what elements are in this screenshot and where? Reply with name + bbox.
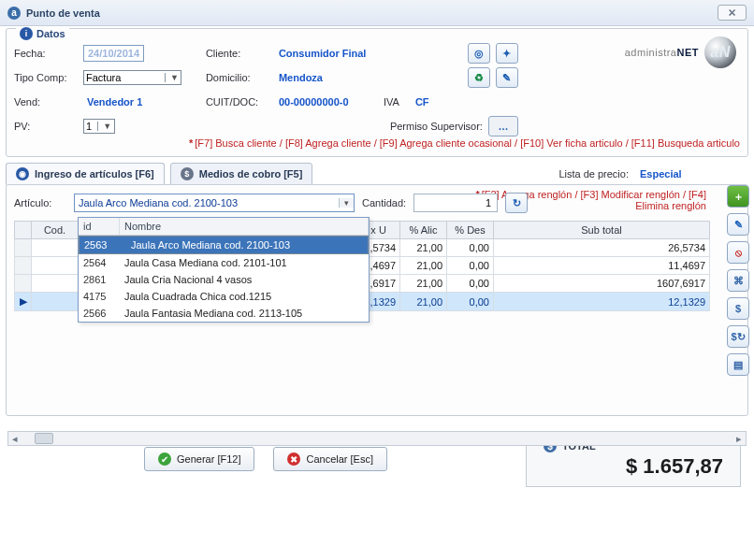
cantidad-label: Cantidad: [362, 197, 406, 208]
col-alic[interactable]: % Alic [400, 222, 447, 239]
cycle-button[interactable]: $↻ [727, 325, 749, 348]
side-toolbar: ＋ ✎ ⦸ ⌘ $ $↻ ▤ [727, 185, 749, 376]
close-button[interactable]: ⤬ [718, 5, 747, 21]
datos-heading: i Datos [16, 27, 69, 40]
generar-label: Generar [F12] [177, 453, 240, 465]
window-title: Punto de venta [26, 7, 100, 19]
dollar-button[interactable]: $ [727, 297, 749, 320]
tipo-label: Tipo Comp: [14, 72, 78, 83]
refresh-button[interactable]: ↻ [505, 193, 528, 213]
chevron-down-icon: ▼ [165, 73, 179, 82]
h-scrollbar[interactable]: ◂ ▸ [7, 431, 747, 446]
lista-label: Lista de precio: [558, 168, 629, 179]
delete-line-button[interactable]: ⦸ [727, 241, 749, 264]
cantidad-input[interactable]: 1 [413, 194, 498, 212]
info-icon: i [20, 27, 33, 40]
fecha-label: Fecha: [14, 48, 78, 59]
app-icon: a [7, 7, 21, 20]
add-client-button[interactable]: ✦ [496, 43, 518, 64]
suggest-hdr-name: Nombre [120, 218, 369, 235]
suggest-option[interactable]: 4175Jaula Cuadrada Chica cod.1215 [79, 288, 369, 305]
title-bar: a Punto de venta ⤬ [0, 0, 754, 26]
pv-value: 1 [86, 121, 92, 132]
scroll-thumb[interactable] [35, 433, 53, 444]
articulo-suggestions: idNombre 2563Jaula Arco Mediana cod. 210… [78, 217, 370, 323]
pv-select[interactable]: 1▼ [83, 119, 115, 134]
tab-ingreso[interactable]: ◉Ingreso de artículos [F6] [6, 163, 165, 185]
generar-button[interactable]: ✔Generar [F12] [144, 447, 254, 471]
permiso-button[interactable]: … [488, 116, 518, 136]
check-icon: ✔ [158, 452, 171, 466]
money-icon: $ [181, 167, 194, 180]
datos-panel: i Datos administraNET aN Fecha: 24/10/20… [6, 28, 748, 157]
scroll-right-icon[interactable]: ▸ [732, 433, 746, 445]
cliente-label: Cliente: [206, 48, 269, 59]
cliente-value[interactable]: Consumidor Final [275, 46, 462, 61]
articulo-panel: *[F2] Agrega renglón / [F3] Modificar re… [6, 184, 748, 416]
tab-ingreso-label: Ingreso de artículos [F6] [35, 168, 154, 179]
tab-medios-label: Medios de cobro [F5] [199, 168, 303, 179]
pv-label: PV: [14, 121, 78, 132]
shortcut-hint-top: *[F7] Busca cliente / [F8] Agrega client… [14, 137, 740, 149]
cancel-icon: ✖ [287, 452, 300, 466]
articulo-input[interactable] [75, 194, 339, 211]
scroll-left-icon[interactable]: ◂ [8, 433, 22, 445]
chevron-down-icon[interactable]: ▾ [339, 198, 354, 208]
list-button[interactable]: ▤ [727, 353, 749, 376]
edit-line-button[interactable]: ✎ [727, 213, 749, 236]
permiso-label: Permiso Supervisor: [390, 121, 483, 132]
brand-text1: administra [625, 47, 677, 58]
suggest-option[interactable]: 2566Jaula Fantasia Mediana cod. 2113-105 [79, 305, 369, 322]
suggest-option[interactable]: 2861Jaula Cria Nacional 4 vasos [79, 271, 369, 288]
add-line-button[interactable]: ＋ [727, 185, 749, 208]
tipo-value: Factura [86, 72, 159, 83]
chevron-down-icon: ▼ [97, 122, 111, 131]
col-sub[interactable]: Sub total [494, 222, 710, 239]
globe-button[interactable]: ♻ [468, 67, 490, 88]
tab-medios[interactable]: $Medios de cobro [F5] [170, 163, 313, 185]
vend-value[interactable]: Vendedor 1 [83, 94, 146, 109]
cart-icon: ◉ [16, 167, 29, 180]
col-cod[interactable]: Cod. [32, 222, 79, 239]
tipo-select[interactable]: Factura▼ [83, 70, 181, 85]
price-button[interactable]: ⌘ [727, 269, 749, 292]
cuit-value[interactable]: 00-00000000-0 [275, 94, 378, 109]
datos-heading-text: Datos [36, 28, 65, 39]
total-amount: $ 1.657,87 [626, 454, 723, 479]
col-des[interactable]: % Des [447, 222, 494, 239]
iva-value[interactable]: CF [412, 94, 496, 109]
vend-label: Vend: [14, 96, 78, 108]
brand-logo: administraNET aN [625, 36, 736, 68]
brand-badge: aN [704, 36, 736, 68]
articulo-combobox[interactable]: ▾ [74, 194, 355, 212]
articulo-label: Artículo: [14, 197, 66, 208]
fecha-input[interactable]: 24/10/2014 [83, 45, 144, 62]
suggest-hdr-id: id [79, 218, 120, 235]
domicilio-label: Domicilio: [206, 72, 269, 83]
suggest-option[interactable]: 2564Jaula Casa Mediana cod. 2101-101 [79, 254, 369, 271]
brand-text2: NET [677, 47, 700, 58]
edit-client-button[interactable]: ✎ [496, 67, 518, 88]
grid-rowhead [15, 222, 32, 239]
tabs-bar: ◉Ingreso de artículos [F6] $Medios de co… [6, 163, 748, 185]
cancelar-label: Cancelar [Esc] [306, 453, 373, 465]
suggest-option[interactable]: 2563Jaula Arco Mediana cod. 2100-103 [79, 236, 369, 254]
lista-value[interactable]: Especial [636, 166, 748, 181]
domicilio-value[interactable]: Mendoza [275, 70, 462, 85]
iva-label: IVA [384, 96, 406, 108]
cancelar-button[interactable]: ✖Cancelar [Esc] [273, 447, 387, 471]
search-client-button[interactable]: ◎ [468, 43, 490, 64]
cuit-label: CUIT/DOC: [206, 96, 269, 108]
